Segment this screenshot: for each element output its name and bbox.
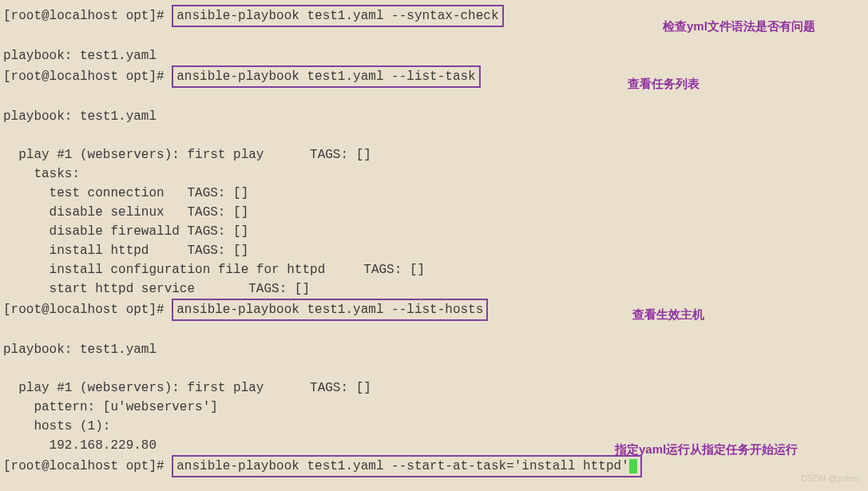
cursor-icon	[629, 459, 637, 473]
empty-line	[3, 359, 865, 378]
prompt: [root@localhost opt]#	[3, 9, 172, 23]
hosts-count: hosts (1):	[3, 417, 865, 436]
list-hosts-command: ansible-playbook test1.yaml --list-hosts	[172, 299, 488, 321]
task-row: start httpd service TAGS: []	[3, 279, 865, 299]
task-row: test connection TAGS: []	[3, 184, 865, 203]
playbook-output-3: playbook: test1.yaml	[3, 340, 865, 359]
command-line-2[interactable]: [root@localhost opt]# ansible-playbook t…	[3, 65, 865, 88]
playbook-output-1: playbook: test1.yaml	[3, 46, 865, 65]
command-line-3[interactable]: [root@localhost opt]# ansible-playbook t…	[3, 299, 865, 321]
empty-line	[3, 88, 865, 107]
task-row: install configuration file for httpd TAG…	[3, 260, 865, 279]
start-at-task-command: ansible-playbook test1.yaml --start-at-t…	[172, 455, 642, 477]
empty-line	[3, 27, 865, 46]
playbook-output-2: playbook: test1.yaml	[3, 107, 865, 126]
prompt: [root@localhost opt]#	[3, 69, 172, 84]
play-header-2: play #1 (webservers): first play TAGS: […	[3, 378, 865, 398]
empty-line	[3, 321, 865, 340]
syntax-check-command: ansible-playbook test1.yaml --syntax-che…	[172, 5, 503, 27]
tasks-label: tasks:	[3, 164, 865, 184]
task-row: disable selinux TAGS: []	[3, 203, 865, 222]
hosts-pattern: pattern: [u'webservers']	[3, 398, 865, 417]
prompt: [root@localhost opt]#	[3, 303, 172, 317]
task-row: disable firewalld TAGS: []	[3, 222, 865, 241]
list-task-command: ansible-playbook test1.yaml --list-task	[172, 65, 480, 88]
play-header-1: play #1 (webservers): first play TAGS: […	[3, 145, 865, 164]
watermark: CSDN @zclem	[801, 472, 860, 485]
prompt: [root@localhost opt]#	[3, 459, 172, 473]
task-row: install httpd TAGS: []	[3, 241, 865, 260]
empty-line	[3, 126, 865, 145]
command-line-4[interactable]: [root@localhost opt]# ansible-playbook t…	[3, 455, 865, 477]
host-row: 192.168.229.80	[3, 436, 865, 455]
